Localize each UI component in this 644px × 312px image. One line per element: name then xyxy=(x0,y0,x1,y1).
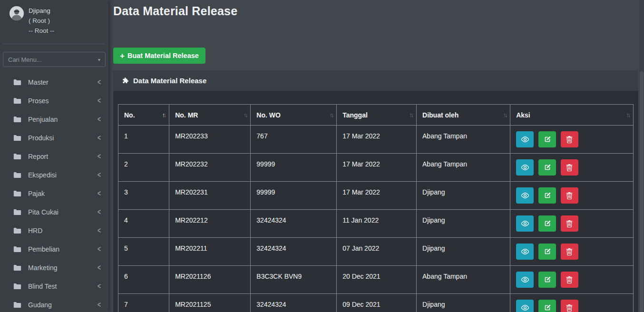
cell-no-wo: 32424324 xyxy=(251,210,337,238)
cell-no-wo: 32424324 xyxy=(251,238,337,266)
sidebar-item-label: Blind Test xyxy=(28,283,57,290)
sidebar-item-ekspedisi[interactable]: Ekspedisi < xyxy=(0,166,108,184)
view-button[interactable] xyxy=(516,131,534,147)
eye-icon xyxy=(521,220,529,227)
cell-no-mr: MR202212 xyxy=(169,210,251,238)
edit-button[interactable] xyxy=(538,131,556,147)
sidebar-item-produksi[interactable]: Produksi < xyxy=(0,128,108,147)
eye-icon xyxy=(521,304,529,311)
table-row: 6 MR2021126 B3C3CK BVN9 20 Dec 2021 Aban… xyxy=(118,266,634,294)
chevron-left-icon: < xyxy=(98,170,101,179)
chevron-left-icon: < xyxy=(98,133,101,142)
eye-icon xyxy=(521,164,529,171)
column-header-aksi[interactable]: Aksi ↑↓ xyxy=(510,105,634,126)
cell-dibuat-oleh: Abang Tampan xyxy=(417,126,510,154)
view-button[interactable] xyxy=(516,215,534,232)
sidebar-item-hrd[interactable]: HRD < xyxy=(0,221,108,240)
cell-tanggal: 17 Mar 2022 xyxy=(337,154,417,182)
edit-pencil-icon xyxy=(544,304,551,312)
sidebar-item-blind-test[interactable]: Blind Test < xyxy=(0,277,108,295)
sidebar-item-label: Produksi xyxy=(28,134,54,142)
folder-icon xyxy=(13,209,21,215)
chevron-left-icon: < xyxy=(98,244,101,253)
trash-button[interactable] xyxy=(561,131,578,147)
sidebar-item-report[interactable]: Report < xyxy=(0,147,108,166)
page-title: Data Material Release xyxy=(113,4,638,18)
folder-icon xyxy=(13,79,21,86)
trash-icon xyxy=(566,276,573,283)
edit-button[interactable] xyxy=(538,187,556,204)
sidebar-item-gudang[interactable]: Gudang < xyxy=(0,295,108,312)
sidebar-item-proses[interactable]: Proses < xyxy=(0,91,108,110)
create-material-release-button[interactable]: + Buat Material Release xyxy=(113,48,205,64)
view-button[interactable] xyxy=(516,159,534,176)
edit-pencil-icon xyxy=(544,136,551,143)
edit-button[interactable] xyxy=(538,215,556,232)
column-label: No. MR xyxy=(175,111,198,119)
column-header-no[interactable]: No. ↑↓ xyxy=(118,105,169,126)
cell-no-wo: 99999 xyxy=(251,154,337,182)
column-header-tanggal[interactable]: Tanggal ↑↓ xyxy=(337,105,417,126)
eye-icon xyxy=(521,248,529,255)
scrollbar-thumb[interactable] xyxy=(640,71,644,312)
folder-icon xyxy=(13,135,21,141)
cell-no-wo: 767 xyxy=(251,126,337,154)
edit-button[interactable] xyxy=(538,272,556,288)
edit-pencil-icon xyxy=(544,248,551,255)
scrollbar[interactable] xyxy=(639,0,644,312)
main-content: Data Material Release + Buat Material Re… xyxy=(108,0,644,312)
cell-no: 3 xyxy=(118,182,169,210)
cell-no-wo: 32424324 xyxy=(251,294,337,312)
cell-aksi xyxy=(510,126,634,154)
sidebar-item-marketing[interactable]: Marketing < xyxy=(0,258,108,277)
column-label: No. xyxy=(124,111,135,119)
trash-button[interactable] xyxy=(561,215,578,232)
sidebar-item-pembelian[interactable]: Pembelian < xyxy=(0,240,108,258)
trash-button[interactable] xyxy=(561,244,578,260)
sort-icon: ↑↓ xyxy=(503,112,507,118)
trash-button[interactable] xyxy=(561,187,578,204)
view-button[interactable] xyxy=(516,272,534,288)
sidebar-item-master[interactable]: Master < xyxy=(0,73,108,91)
column-header-dibuat-oleh[interactable]: Dibuat oleh ↑↓ xyxy=(417,105,510,126)
column-label: Dibuat oleh xyxy=(422,111,459,119)
chevron-left-icon: < xyxy=(98,300,101,309)
folder-icon xyxy=(13,98,21,104)
trash-button[interactable] xyxy=(561,159,578,176)
view-button[interactable] xyxy=(516,187,534,204)
edit-button[interactable] xyxy=(538,244,556,260)
sidebar-item-label: Penjualan xyxy=(28,116,58,123)
cell-no: 1 xyxy=(118,126,169,154)
edit-button[interactable] xyxy=(538,159,556,176)
view-button[interactable] xyxy=(516,244,534,260)
folder-icon xyxy=(13,153,21,160)
trash-button[interactable] xyxy=(561,272,578,288)
sidebar-item-penjualan[interactable]: Penjualan < xyxy=(0,110,108,128)
sidebar-item-pajak[interactable]: Pajak < xyxy=(0,184,108,203)
cell-tanggal: 17 Mar 2022 xyxy=(337,126,417,154)
table-row: 7 MR2021125 32424324 09 Dec 2021 Djipang xyxy=(118,294,634,312)
edit-button[interactable] xyxy=(538,300,556,312)
puzzle-icon xyxy=(122,77,129,85)
sidebar-item-label: Pita Cukai xyxy=(28,208,59,216)
sort-icon: ↑↓ xyxy=(244,112,247,118)
cell-no-mr: MR202232 xyxy=(169,154,251,182)
chevron-left-icon: < xyxy=(98,226,101,234)
folder-icon xyxy=(13,227,21,234)
edit-pencil-icon xyxy=(544,164,551,171)
folder-icon xyxy=(13,302,21,308)
sidebar-divider xyxy=(3,44,106,44)
column-header-no-mr[interactable]: No. MR ↑↓ xyxy=(169,105,251,126)
trash-button[interactable] xyxy=(561,300,578,312)
user-info: Djipang ( Root ) -- Root -- xyxy=(29,6,54,36)
folder-icon xyxy=(13,172,21,178)
sidebar-item-pita-cukai[interactable]: Pita Cukai < xyxy=(0,203,108,221)
material-release-table: No. ↑↓ No. MR ↑↓ No. WO ↑↓ Tanggal xyxy=(118,104,634,312)
view-button[interactable] xyxy=(516,300,534,312)
sidebar-item-label: Marketing xyxy=(28,264,57,272)
cell-dibuat-oleh: Abang Tampan xyxy=(417,266,510,294)
column-header-no-wo[interactable]: No. WO ↑↓ xyxy=(251,105,337,126)
eye-icon xyxy=(521,276,529,283)
sidebar-item-label: Proses xyxy=(28,97,49,105)
menu-search-select[interactable]: Cari Menu... ▾ xyxy=(3,52,106,67)
